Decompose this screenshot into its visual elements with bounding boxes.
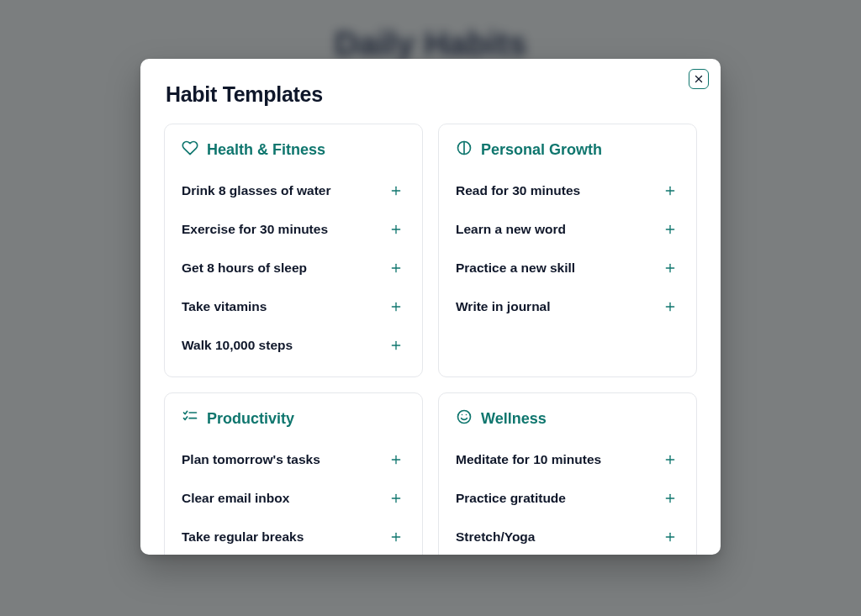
template-item[interactable]: Drink 8 glasses of water	[182, 171, 405, 210]
template-item[interactable]: Take regular breaks	[182, 518, 405, 555]
heart-icon	[182, 140, 198, 160]
template-item[interactable]: Clear email inbox	[182, 479, 405, 518]
add-template-button[interactable]	[661, 182, 679, 200]
heart-icon	[182, 140, 198, 156]
smile-icon	[456, 408, 473, 425]
add-template-button[interactable]	[387, 450, 405, 469]
template-item-label: Read for 30 minutes	[456, 183, 580, 198]
add-template-button[interactable]	[387, 182, 405, 200]
plus-icon	[663, 184, 677, 197]
category-header: Personal Growth	[456, 140, 679, 160]
template-item[interactable]: Stretch/Yoga	[456, 518, 679, 555]
plus-icon	[389, 492, 403, 505]
category-title: Productivity	[207, 410, 294, 428]
plus-icon	[389, 223, 403, 236]
modal-header: Habit Templates	[140, 59, 721, 115]
template-item-label: Clear email inbox	[182, 491, 289, 506]
template-item-label: Learn a new word	[456, 222, 566, 237]
add-template-button[interactable]	[387, 297, 405, 316]
plus-icon	[389, 261, 403, 275]
template-item[interactable]: Get 8 hours of sleep	[182, 249, 405, 287]
template-item-label: Practice a new skill	[456, 261, 575, 276]
template-item-label: Meditate for 10 minutes	[456, 452, 601, 467]
modal-title: Habit Templates	[166, 82, 695, 107]
add-template-button[interactable]	[661, 450, 679, 469]
add-template-button[interactable]	[661, 489, 679, 508]
plus-icon	[663, 261, 677, 275]
category-header: Productivity	[182, 408, 405, 429]
modal-body: Health & FitnessDrink 8 glasses of water…	[140, 115, 721, 555]
plus-icon	[389, 453, 403, 466]
add-template-button[interactable]	[387, 220, 405, 239]
template-item-label: Get 8 hours of sleep	[182, 261, 307, 276]
category-title: Wellness	[481, 410, 547, 428]
template-item[interactable]: Exercise for 30 minutes	[182, 210, 405, 249]
plus-icon	[389, 339, 403, 352]
template-item-label: Exercise for 30 minutes	[182, 222, 328, 237]
category-title: Health & Fitness	[207, 141, 325, 159]
template-item[interactable]: Learn a new word	[456, 210, 679, 249]
split-circle-icon	[456, 140, 473, 160]
plus-icon	[663, 492, 677, 505]
template-item[interactable]: Take vitamins	[182, 287, 405, 326]
template-item-label: Drink 8 glasses of water	[182, 183, 330, 198]
checklist-icon	[182, 408, 198, 429]
add-template-button[interactable]	[661, 220, 679, 239]
category-header: Wellness	[456, 408, 679, 429]
add-template-button[interactable]	[387, 489, 405, 508]
template-item[interactable]: Plan tomorrow's tasks	[182, 440, 405, 479]
template-item[interactable]: Meditate for 10 minutes	[456, 440, 679, 479]
template-item[interactable]: Practice gratitude	[456, 479, 679, 518]
add-template-button[interactable]	[661, 259, 679, 277]
add-template-button[interactable]	[661, 297, 679, 316]
template-item[interactable]: Read for 30 minutes	[456, 171, 679, 210]
habit-templates-modal: Habit Templates Health & FitnessDrink 8 …	[140, 59, 721, 555]
smile-icon	[456, 408, 473, 429]
template-item[interactable]: Practice a new skill	[456, 249, 679, 287]
template-item-label: Stretch/Yoga	[456, 529, 535, 545]
category-card: ProductivityPlan tomorrow's tasksClear e…	[164, 392, 423, 555]
split-circle-icon	[456, 140, 473, 156]
plus-icon	[389, 530, 403, 544]
close-icon	[693, 73, 705, 85]
category-card: WellnessMeditate for 10 minutesPractice …	[438, 392, 697, 555]
plus-icon	[663, 530, 677, 544]
add-template-button[interactable]	[661, 528, 679, 546]
checklist-icon	[182, 408, 198, 425]
plus-icon	[663, 453, 677, 466]
template-item[interactable]: Walk 10,000 steps	[182, 326, 405, 365]
plus-icon	[663, 223, 677, 236]
template-item-label: Take regular breaks	[182, 529, 304, 545]
template-item-label: Practice gratitude	[456, 491, 566, 506]
plus-icon	[663, 300, 677, 313]
add-template-button[interactable]	[387, 528, 405, 546]
template-item-label: Write in journal	[456, 299, 551, 314]
category-grid: Health & FitnessDrink 8 glasses of water…	[164, 124, 697, 555]
svg-point-30	[458, 411, 471, 424]
plus-icon	[389, 300, 403, 313]
add-template-button[interactable]	[387, 259, 405, 277]
template-item-label: Plan tomorrow's tasks	[182, 452, 320, 467]
plus-icon	[389, 184, 403, 197]
add-template-button[interactable]	[387, 336, 405, 355]
template-item-label: Walk 10,000 steps	[182, 338, 293, 353]
category-title: Personal Growth	[481, 141, 602, 159]
template-item[interactable]: Write in journal	[456, 287, 679, 326]
category-card: Personal GrowthRead for 30 minutesLearn …	[438, 124, 697, 377]
template-item-label: Take vitamins	[182, 299, 267, 314]
close-button[interactable]	[689, 69, 709, 89]
category-header: Health & Fitness	[182, 140, 405, 160]
category-card: Health & FitnessDrink 8 glasses of water…	[164, 124, 423, 377]
